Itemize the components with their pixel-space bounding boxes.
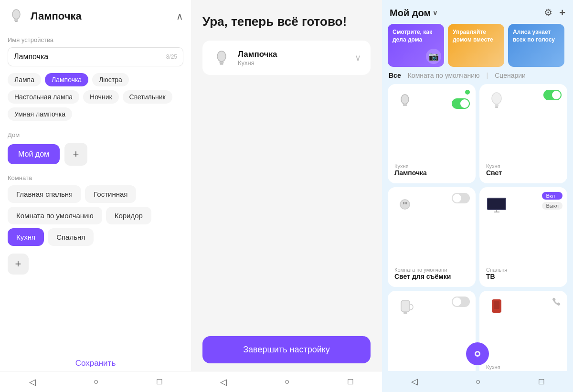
toggle-chainik[interactable] bbox=[452, 297, 470, 309]
room-spalnya[interactable]: Спальня bbox=[48, 228, 94, 246]
panel3-header: Мой дом ∨ ⚙ + bbox=[382, 0, 573, 24]
svg-rect-21 bbox=[494, 301, 499, 309]
tile-room-3: Комната по умолчани bbox=[394, 267, 469, 273]
device-name-label: Имя устройства bbox=[8, 36, 183, 43]
alice-fab[interactable] bbox=[466, 342, 489, 365]
room-label: Комната bbox=[8, 174, 183, 181]
nav-bar-1: ◁ ○ □ bbox=[0, 371, 191, 392]
nav-home-3[interactable]: ○ bbox=[476, 377, 481, 387]
promo-row: Смотрите, как дела дома 📷 Управляйте дом… bbox=[382, 24, 573, 72]
nav-home-1[interactable]: ○ bbox=[94, 377, 99, 387]
filter-all[interactable]: Все bbox=[389, 72, 401, 79]
vykl-badge[interactable]: Выкл bbox=[542, 202, 562, 210]
nav-bar-3: ◁ ○ □ bbox=[382, 371, 573, 392]
room-gostinnaya[interactable]: Гостинная bbox=[85, 185, 136, 203]
room-po-umolchaniyu[interactable]: Комната по умолчанию bbox=[8, 207, 102, 224]
promo-card-2-text: Управляйте домом вместе bbox=[453, 29, 499, 43]
nav-recents-3[interactable]: □ bbox=[539, 377, 544, 387]
svg-point-8 bbox=[492, 93, 501, 104]
tv-tile-icon bbox=[486, 194, 507, 215]
chevron-down-icon[interactable]: ∨ bbox=[433, 9, 437, 17]
tag-svetilnik[interactable]: Светильник bbox=[123, 90, 172, 104]
home-row: Мой дом + bbox=[8, 143, 183, 166]
success-title: Ура, теперь всё готово! bbox=[202, 14, 371, 29]
name-tags-row: Лампа Лампочка Люстра Настольная лампа Н… bbox=[8, 73, 183, 121]
chevron-down-card[interactable]: ∨ bbox=[355, 53, 361, 63]
svg-point-6 bbox=[401, 95, 409, 104]
nav-bar-2: ◁ ○ □ bbox=[191, 371, 382, 392]
nav-recents-2[interactable]: □ bbox=[348, 377, 353, 387]
tag-umnaya[interactable]: Умная лампочка bbox=[8, 107, 72, 121]
save-button[interactable]: Сохранить bbox=[75, 359, 116, 368]
filter-room[interactable]: Комната по умолчанию bbox=[408, 72, 480, 79]
myhome-title-text: Мой дом bbox=[390, 8, 431, 19]
device-tile-svet[interactable]: Кухня Свет bbox=[479, 84, 567, 183]
nav-back-3[interactable]: ◁ bbox=[411, 376, 418, 387]
gear-icon[interactable]: ⚙ bbox=[544, 7, 552, 19]
tag-lampochka[interactable]: Лампочка bbox=[45, 73, 88, 86]
device-name-input-wrapper[interactable]: 8/25 bbox=[8, 47, 183, 66]
panel1-header: Лампочка ∧ bbox=[8, 8, 183, 25]
tag-lampa[interactable]: Лампа bbox=[8, 73, 41, 86]
nav-recents-1[interactable]: □ bbox=[157, 377, 162, 387]
panel1-title: Лампочка bbox=[31, 10, 82, 22]
my-home-button[interactable]: Мой дом bbox=[8, 144, 60, 164]
myhome-title: Мой дом ∨ bbox=[390, 8, 437, 19]
room-koridor[interactable]: Коридор bbox=[106, 207, 151, 224]
svg-rect-18 bbox=[401, 300, 410, 312]
device-card-room: Кухня bbox=[238, 59, 277, 66]
room-kukhnya[interactable]: Кухня bbox=[8, 228, 44, 246]
device-card: Лампочка Кухня ∨ bbox=[202, 41, 371, 75]
nav-home-2[interactable]: ○ bbox=[285, 377, 290, 387]
device-name-input[interactable] bbox=[14, 53, 162, 61]
panel-setup-complete: Ура, теперь всё готово! Лампочка Кухня ∨… bbox=[191, 0, 382, 392]
status-dot-1 bbox=[465, 90, 470, 95]
header-left: Лампочка bbox=[8, 8, 82, 25]
bulb-icon-card bbox=[212, 48, 231, 67]
device-tile-lampochka[interactable]: Кухня Лампочка bbox=[388, 84, 476, 183]
toggle-svet[interactable] bbox=[543, 90, 562, 102]
promo-card-1[interactable]: Смотрите, как дела дома 📷 bbox=[388, 24, 444, 67]
device-card-info: Лампочка Кухня bbox=[238, 50, 277, 66]
svg-rect-4 bbox=[220, 62, 224, 64]
nav-back-1[interactable]: ◁ bbox=[29, 377, 36, 387]
svg-point-0 bbox=[12, 10, 20, 19]
station-tile-icon bbox=[486, 297, 507, 318]
tag-nastolnaya[interactable]: Настольная лампа bbox=[8, 90, 79, 104]
room-glavnaya[interactable]: Главная спальня bbox=[8, 185, 81, 203]
tag-nochnik[interactable]: Ночник bbox=[83, 90, 119, 104]
kettle-tile-icon bbox=[394, 297, 415, 318]
tag-lyustra[interactable]: Люстра bbox=[92, 73, 129, 86]
svg-rect-5 bbox=[220, 64, 223, 65]
filter-scenarios[interactable]: Сценарии bbox=[495, 72, 526, 79]
nav-back-2[interactable]: ◁ bbox=[220, 377, 227, 387]
tile-room-4: Спальня bbox=[486, 267, 561, 273]
promo-card-3[interactable]: Алиса узнает всех по голосу bbox=[508, 24, 564, 67]
svg-rect-15 bbox=[488, 199, 505, 209]
finish-button[interactable]: Завершить настройку bbox=[202, 336, 371, 363]
bulb-icon bbox=[8, 8, 25, 25]
chevron-up-icon[interactable]: ∧ bbox=[176, 11, 183, 22]
panel-myhome: Мой дом ∨ ⚙ + Смотрите, как дела дома 📷 … bbox=[382, 0, 573, 392]
vkl-badge[interactable]: Вкл bbox=[542, 192, 562, 200]
room-grid: Главная спальня Гостинная Комната по умо… bbox=[8, 185, 183, 246]
home-section: Дом bbox=[8, 130, 183, 139]
tile-room-1: Кухня bbox=[394, 163, 469, 169]
promo-card-2[interactable]: Управляйте домом вместе bbox=[448, 24, 504, 67]
add-icon[interactable]: + bbox=[559, 7, 565, 19]
promo-card-3-text: Алиса узнает всех по голосу bbox=[513, 29, 560, 43]
add-room-button[interactable]: + bbox=[8, 254, 29, 275]
svg-point-3 bbox=[217, 51, 226, 62]
tile-name-4: ТВ bbox=[486, 273, 561, 280]
device-tile-съёмка[interactable]: Комната по умолчани Свет для съёмки bbox=[388, 187, 476, 286]
device-tile-tv[interactable]: Вкл Выкл Спальня ТВ bbox=[479, 187, 567, 286]
home-label: Дом bbox=[8, 131, 20, 138]
tile-name-2: Свет bbox=[486, 169, 561, 177]
tv-badges: Вкл Выкл bbox=[542, 192, 562, 210]
toggle-syomka[interactable] bbox=[452, 193, 470, 205]
tile-name-3: Свет для съёмки bbox=[394, 273, 469, 280]
toggle-lampochka[interactable] bbox=[452, 98, 470, 111]
svg-rect-12 bbox=[403, 202, 404, 204]
promo-card-1-text: Смотрите, как дела дома bbox=[393, 29, 439, 43]
add-home-button[interactable]: + bbox=[64, 143, 87, 166]
